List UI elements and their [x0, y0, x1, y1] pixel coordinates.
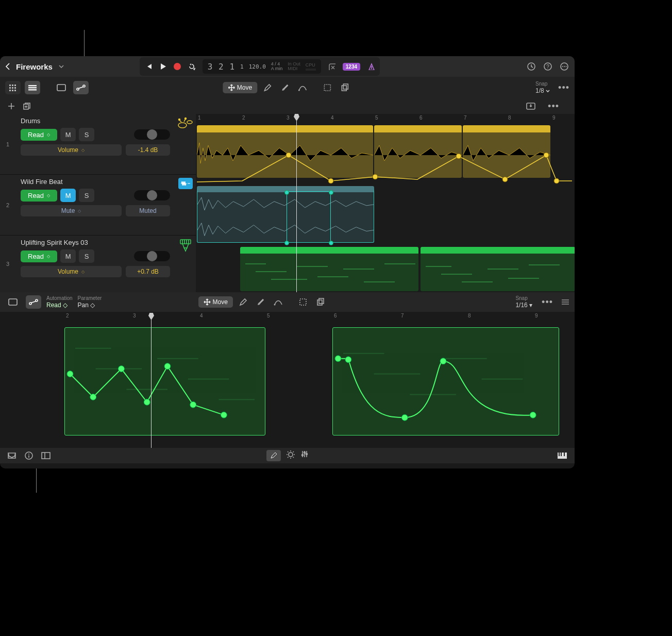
timeline-ruler[interactable]: 1 2 3 4 5 6 7 8 9: [196, 114, 575, 125]
view-grid-button[interactable]: [5, 81, 21, 94]
mute-button[interactable]: M: [60, 189, 76, 202]
param-selector[interactable]: Volume◇: [21, 144, 122, 156]
mute-button[interactable]: M: [60, 249, 76, 263]
track-row[interactable]: 1 Drums Read◇ M S Volume◇ -1.4 dB: [0, 114, 196, 175]
svg-point-47: [29, 303, 31, 305]
more-icon[interactable]: [559, 61, 569, 72]
solo-button[interactable]: S: [79, 249, 94, 263]
editor-ruler[interactable]: 2 3 4 5 6 7 8 9: [0, 312, 575, 321]
duplicate-track-button[interactable]: [23, 102, 31, 110]
toolbar-more-icon[interactable]: •••: [558, 82, 569, 93]
automation-point[interactable]: [329, 241, 333, 245]
curve-tool-icon[interactable]: [295, 81, 310, 94]
metronome-button[interactable]: [367, 63, 375, 70]
go-to-start-button[interactable]: [145, 63, 152, 70]
record-button[interactable]: [174, 63, 181, 70]
view-tracks-button[interactable]: [25, 81, 40, 94]
editor-automation-mode[interactable]: Automation Read ◇: [46, 295, 73, 309]
solo-button[interactable]: S: [79, 189, 94, 202]
history-icon[interactable]: [526, 61, 536, 72]
automation-point[interactable]: [329, 190, 333, 195]
param-value[interactable]: Muted: [126, 205, 170, 216]
view-automation-button[interactable]: [73, 81, 89, 94]
editor-parameter-selector[interactable]: Parameter Pan ◇: [78, 295, 102, 309]
piano-icon[interactable]: [557, 452, 567, 459]
editor-copy-tool-icon[interactable]: [313, 295, 328, 309]
param-value[interactable]: -1.4 dB: [126, 144, 170, 156]
track-name: Drums: [21, 117, 170, 125]
move-tool-button[interactable]: Move: [223, 82, 257, 93]
inbox-icon[interactable]: [7, 452, 16, 459]
panels-icon[interactable]: [41, 452, 51, 459]
sun-icon[interactable]: [286, 450, 295, 461]
editor-pencil-tool-icon[interactable]: [236, 295, 250, 309]
editor-list-icon[interactable]: [561, 299, 569, 305]
add-track-button[interactable]: [7, 102, 15, 110]
region-drums-3[interactable]: Inst 1: [463, 125, 550, 178]
playhead[interactable]: [296, 118, 297, 292]
editor-marquee-tool-icon[interactable]: [296, 295, 310, 309]
svg-rect-98: [561, 453, 562, 456]
marquee-tool-icon[interactable]: [320, 81, 334, 94]
svg-point-7: [565, 66, 566, 67]
region-keys-1[interactable]: Uplifting Spirit Keys 03: [240, 247, 418, 291]
volume-slider[interactable]: [134, 129, 170, 140]
tuner-button[interactable]: [328, 63, 335, 70]
mixer-icon[interactable]: [300, 450, 309, 461]
track-header-more-icon[interactable]: •••: [548, 101, 559, 112]
param-selector[interactable]: Volume◇: [21, 266, 122, 277]
track-row[interactable]: 2 Wild Fire Beat Read◇ M S Mute◇ Muted: [0, 175, 196, 236]
lcd-tempo: 120.0: [249, 63, 266, 70]
editor-snap-selector[interactable]: Snap 1/16 ▾: [515, 295, 532, 309]
help-icon[interactable]: ?: [543, 61, 553, 72]
automation-point[interactable]: [284, 190, 289, 195]
editor-brush-tool-icon[interactable]: [254, 295, 268, 309]
automation-mode-button[interactable]: Read◇: [21, 129, 57, 141]
editor-curve-tool-icon[interactable]: [271, 295, 285, 309]
editor-move-tool-button[interactable]: Move: [198, 296, 233, 308]
svg-rect-51: [317, 300, 322, 305]
volume-slider[interactable]: [134, 190, 170, 200]
brush-tool-icon[interactable]: [278, 81, 292, 94]
project-menu-chevron-icon[interactable]: [59, 65, 64, 68]
project-title[interactable]: Fireworks: [16, 62, 53, 71]
param-value[interactable]: +0.7 dB: [126, 266, 170, 277]
copy-tool-icon[interactable]: [338, 81, 352, 94]
timeline[interactable]: 1 2 3 4 5 6 7 8 9 Inst 1 Inst 1 Inst: [196, 114, 575, 292]
pencil-mode-icon[interactable]: [266, 450, 281, 461]
svg-point-65: [221, 412, 227, 418]
view-region-button[interactable]: [54, 81, 69, 94]
info-icon[interactable]: [25, 451, 33, 460]
svg-rect-17: [343, 84, 348, 89]
mute-button[interactable]: M: [60, 128, 76, 141]
editor-region-2[interactable]: Uplifting Spirit Keys 03: [332, 327, 559, 436]
automation-mode-button[interactable]: Read◇: [21, 190, 57, 202]
editor-playhead[interactable]: [151, 317, 152, 448]
editor-more-icon[interactable]: •••: [542, 297, 553, 308]
lcd-display[interactable]: 3 2 1 1 120.0 4 / 4 A min In Out MIDI CP…: [203, 59, 321, 74]
automation-point[interactable]: [284, 241, 289, 245]
volume-slider[interactable]: [134, 251, 170, 261]
region-keys-2[interactable]: Uplifting Spirit Keys 03: [421, 247, 575, 291]
editor-automation-view-button[interactable]: [26, 295, 41, 309]
param-selector[interactable]: Mute◇: [21, 205, 122, 216]
solo-button[interactable]: S: [79, 128, 94, 141]
svg-point-61: [118, 366, 124, 372]
import-button[interactable]: [526, 103, 535, 110]
editor-region-view-button[interactable]: [5, 295, 21, 309]
play-button[interactable]: [159, 63, 166, 70]
automation-selection[interactable]: [287, 191, 331, 243]
back-button[interactable]: [5, 62, 11, 71]
svg-point-62: [144, 399, 150, 405]
automation-mode-button[interactable]: Read◇: [21, 250, 57, 262]
pencil-tool-icon[interactable]: [260, 81, 275, 94]
track-row[interactable]: 3 Uplifting Spirit Keys 03 Read◇ M S Vol…: [0, 236, 196, 292]
automation-editor[interactable]: 2 3 4 5 6 7 8 9 Uplifting Spirit Keys 03: [0, 312, 575, 448]
region-drums-2[interactable]: Inst 1: [374, 125, 462, 178]
region-drums-1[interactable]: Inst 1: [197, 125, 373, 178]
cycle-button[interactable]: [188, 63, 195, 70]
snap-selector[interactable]: Snap 1/8: [535, 81, 550, 94]
count-in-badge[interactable]: 1234: [343, 63, 360, 71]
svg-point-5: [562, 66, 563, 67]
editor-region-1[interactable]: Uplifting Spirit Keys 03: [64, 327, 265, 436]
